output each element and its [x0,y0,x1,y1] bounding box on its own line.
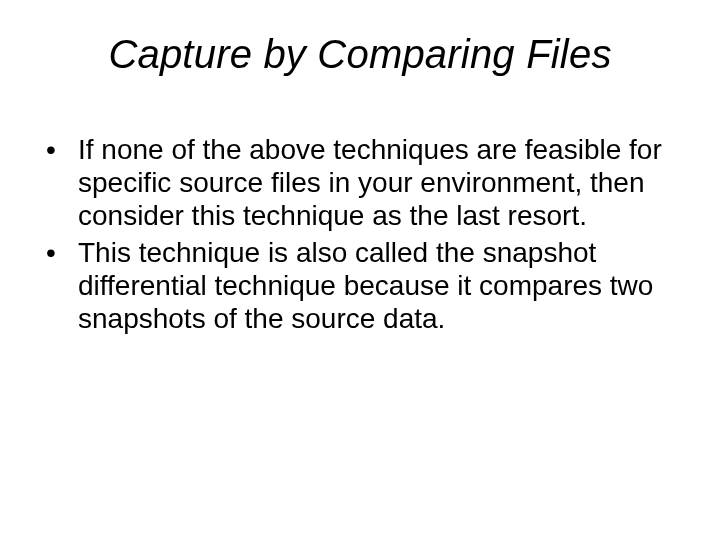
slide: Capture by Comparing Files If none of th… [0,0,720,540]
list-item: If none of the above techniques are feas… [38,133,684,232]
bullet-list: If none of the above techniques are feas… [38,133,684,335]
list-item: This technique is also called the snapsh… [38,236,684,335]
slide-title: Capture by Comparing Files [36,32,684,77]
